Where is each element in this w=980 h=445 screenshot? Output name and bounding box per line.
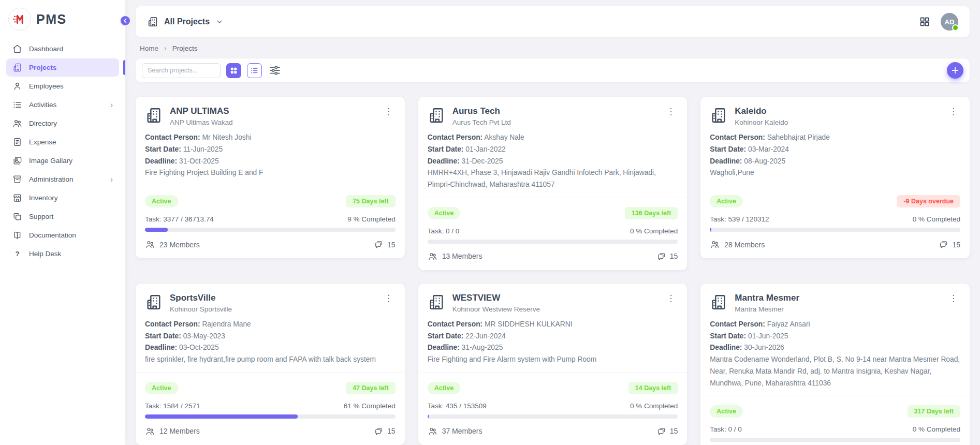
sidebar-item-help-desk[interactable]: ? Help Desk <box>6 245 119 263</box>
messages-count: 15 <box>670 252 678 260</box>
start-date-value: 03-Mar-2024 <box>748 145 789 153</box>
contact-person-value: Faiyaz Ansari <box>767 320 810 328</box>
contact-person-line: Contact Person: MR SIDDHESH KULKARNI <box>428 319 678 331</box>
sidebar-item-label: Activities <box>29 101 56 109</box>
people-icon <box>12 118 22 128</box>
deadline-line: Deadline: 31-Dec-2025 <box>428 156 678 168</box>
project-card-titles: WESTVIEW Kohinoor Westview Reserve <box>452 293 540 313</box>
project-filter-label: All Projects <box>164 17 210 26</box>
start-date-line: Start Date: 11-Jun-2025 <box>145 144 396 156</box>
messages-group[interactable]: 15 <box>656 426 678 436</box>
start-date-line: Start Date: 01-Jun-2025 <box>710 331 960 343</box>
start-date-value: 01-Jun-2025 <box>748 332 788 340</box>
messages-group[interactable]: 15 <box>656 251 678 261</box>
sidebar-item-directory[interactable]: Directory <box>6 114 119 132</box>
card-menu-button[interactable]: ⋮ <box>946 293 960 304</box>
sidebar-item-administration[interactable]: Administration › <box>6 170 119 188</box>
task-row: Task: 0 / 0 0 % Completed <box>418 219 688 240</box>
status-badge: Active <box>710 405 743 418</box>
breadcrumb-home[interactable]: Home <box>140 44 158 52</box>
project-title[interactable]: Mantra Mesmer <box>735 293 799 303</box>
project-filter-dropdown[interactable]: All Projects <box>147 16 224 27</box>
project-description: Mantra Codename Wonderland, Plot B, S. N… <box>710 354 960 389</box>
card-menu-button[interactable]: ⋮ <box>664 293 678 304</box>
progress-bar <box>145 414 396 419</box>
task-count: Task: 0 / 0 <box>428 227 460 235</box>
project-subtitle: Kohinoor Westview Reserve <box>452 305 540 313</box>
store-icon <box>12 193 22 203</box>
avatar[interactable]: AD <box>941 13 958 31</box>
messages-group[interactable]: 15 <box>374 426 396 436</box>
project-card: Mantra Mesmer Mantra Mesmer ⋮ Contact Pe… <box>700 284 970 445</box>
messages-group[interactable]: 15 <box>939 240 960 249</box>
project-description: fire sprinkler, fire hydrant,fire pump r… <box>145 354 396 366</box>
messages-count: 15 <box>387 241 396 249</box>
start-date-line: Start Date: 01-Jan-2022 <box>428 144 678 156</box>
apps-grid-button[interactable] <box>919 16 930 27</box>
project-title[interactable]: Kaleido <box>735 106 788 116</box>
building-icon <box>428 107 445 124</box>
messages-icon <box>656 426 666 436</box>
sidebar-item-expense[interactable]: Expense <box>6 133 119 151</box>
search-input[interactable] <box>142 63 221 78</box>
sidebar-item-image-gallary[interactable]: Image Gallary <box>6 152 119 170</box>
list-view-icon <box>250 66 259 75</box>
card-menu-button[interactable]: ⋮ <box>946 106 960 117</box>
messages-icon <box>656 251 666 261</box>
start-date-value: 11-Jun-2025 <box>183 145 223 153</box>
card-menu-button[interactable]: ⋮ <box>382 293 396 304</box>
contact-person-line: Contact Person: Sahebhajrat Pirjade <box>710 132 960 144</box>
sidebar-item-documentation[interactable]: Documentation <box>6 226 119 244</box>
project-title[interactable]: SportsVille <box>170 293 232 303</box>
contact-person-line: Contact Person: Rajendra Mane <box>145 319 396 331</box>
project-title[interactable]: ANP ULTIMAS <box>170 106 233 116</box>
svg-text:?: ? <box>15 250 19 258</box>
project-title[interactable]: Aurus Tech <box>452 106 511 116</box>
building-icon <box>710 107 727 124</box>
sidebar-item-projects[interactable]: Projects <box>6 58 119 77</box>
filter-button[interactable] <box>269 64 281 77</box>
sidebar-item-activities[interactable]: Activities › <box>6 96 119 114</box>
status-row: Active 47 Days left <box>136 373 405 394</box>
sidebar-item-employees[interactable]: Employees <box>6 77 119 95</box>
sliders-icon <box>269 64 281 77</box>
members-group: 37 Members <box>428 426 482 436</box>
deadline-line: Deadline: 03-Oct-2025 <box>145 342 396 354</box>
project-subtitle: Kohinoor Kaleido <box>735 118 788 126</box>
messages-group[interactable]: 15 <box>374 240 396 249</box>
deadline-value: 08-Aug-2025 <box>744 157 785 165</box>
days-left-badge: 136 Days left <box>625 207 678 219</box>
card-menu-button[interactable]: ⋮ <box>664 106 678 117</box>
project-details: Contact Person: Sahebhajrat Pirjade Star… <box>700 126 970 186</box>
sidebar-item-dashboard[interactable]: Dashboard <box>6 40 119 58</box>
card-menu-button[interactable]: ⋮ <box>382 106 396 117</box>
add-project-button[interactable] <box>947 62 963 79</box>
deadline-value: 30-Jun-2026 <box>744 344 784 351</box>
book-icon <box>12 230 22 240</box>
status-row: Active -9 Days overdue <box>700 186 970 207</box>
sidebar-item-inventory[interactable]: Inventory <box>6 189 119 207</box>
building-icon <box>145 107 163 124</box>
sidebar-item-support[interactable]: Support <box>6 207 119 226</box>
deadline-value: 31-Oct-2025 <box>179 157 219 165</box>
task-row: Task: 1584 / 2571 61 % Completed <box>136 394 405 414</box>
messages-count: 15 <box>670 427 678 435</box>
project-details: Contact Person: Faiyaz Ansari Start Date… <box>700 313 970 396</box>
members-group: 23 Members <box>145 240 200 249</box>
project-title[interactable]: WESTVIEW <box>452 293 540 303</box>
project-subtitle: ANP Ultimas Wakad <box>170 118 233 126</box>
grid-view-button[interactable] <box>226 63 241 78</box>
building-icon <box>147 16 158 27</box>
days-left-badge: 47 Days left <box>346 382 395 394</box>
building-icon <box>145 293 163 311</box>
contact-person-line: Contact Person: Faiyaz Ansari <box>710 319 960 331</box>
project-details: Contact Person: Mr Nitesh Joshi Start Da… <box>136 126 405 186</box>
messages-count: 15 <box>387 427 396 435</box>
project-card: Aurus Tech Aurus Tech Pvt Ltd ⋮ Contact … <box>418 97 688 270</box>
messages-count: 15 <box>952 241 960 249</box>
users-icon <box>710 240 720 249</box>
start-date-value: 01-Jan-2022 <box>465 145 505 153</box>
sidebar-collapse-button[interactable] <box>120 15 131 26</box>
list-view-button[interactable] <box>247 63 262 78</box>
contact-person-value: Mr Nitesh Joshi <box>202 134 251 141</box>
